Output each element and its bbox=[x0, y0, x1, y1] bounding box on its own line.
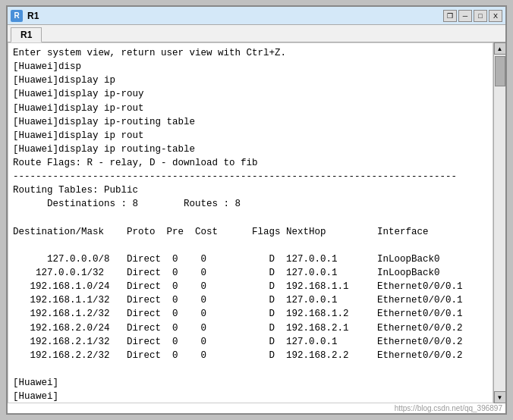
content-area: Enter system view, return user view with… bbox=[8, 42, 505, 403]
title-bar: R R1 ❒ ─ □ X bbox=[8, 7, 505, 25]
scrollbar-thumb[interactable] bbox=[495, 56, 505, 86]
title-bar-left: R R1 bbox=[11, 10, 39, 22]
watermark: https://blog.csdn.net/qq_396897 bbox=[8, 403, 505, 413]
close-button[interactable]: X bbox=[489, 10, 502, 22]
maximize-button[interactable]: □ bbox=[474, 10, 487, 22]
terminal-output[interactable]: Enter system view, return user view with… bbox=[8, 42, 493, 403]
title-buttons: ❒ ─ □ X bbox=[443, 10, 502, 22]
scroll-down-button[interactable]: ▼ bbox=[494, 391, 506, 403]
app-icon: R bbox=[11, 10, 23, 22]
minimize-button[interactable]: ─ bbox=[458, 10, 472, 22]
tab-r1[interactable]: R1 bbox=[11, 27, 42, 42]
window-title: R1 bbox=[27, 11, 39, 21]
scrollbar[interactable]: ▲ ▼ bbox=[493, 42, 505, 403]
scroll-up-button[interactable]: ▲ bbox=[494, 42, 506, 55]
main-window: R R1 ❒ ─ □ X R1 Enter system view, retur… bbox=[6, 5, 507, 415]
tab-bar: R1 bbox=[8, 25, 505, 42]
restore-button[interactable]: ❒ bbox=[443, 10, 457, 22]
